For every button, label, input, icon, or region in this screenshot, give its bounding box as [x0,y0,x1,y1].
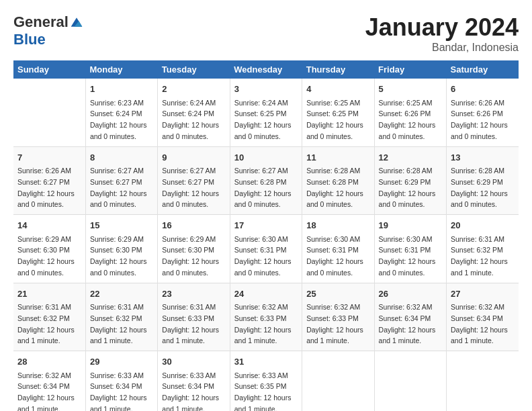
day-number: 18 [306,219,369,232]
day-info: Sunrise: 6:32 AM Sunset: 6:33 PM Dayligh… [234,303,292,345]
calendar-cell: 30Sunrise: 6:33 AM Sunset: 6:34 PM Dayli… [158,351,230,412]
day-number: 8 [90,151,153,165]
calendar-cell: 2Sunrise: 6:24 AM Sunset: 6:24 PM Daylig… [158,79,230,146]
day-info: Sunrise: 6:32 AM Sunset: 6:33 PM Dayligh… [306,303,363,345]
logo: General Blue [13,13,83,48]
title-block: January 2024 Bandar, Indonesia [365,13,519,54]
calendar-cell: 25Sunrise: 6:32 AM Sunset: 6:33 PM Dayli… [302,283,374,351]
day-info: Sunrise: 6:31 AM Sunset: 6:32 PM Dayligh… [90,303,147,345]
day-number: 21 [17,287,81,301]
calendar-cell: 8Sunrise: 6:27 AM Sunset: 6:27 PM Daylig… [85,146,157,215]
day-info: Sunrise: 6:25 AM Sunset: 6:26 PM Dayligh… [379,99,436,140]
day-info: Sunrise: 6:26 AM Sunset: 6:26 PM Dayligh… [451,99,508,140]
calendar-cell: 6Sunrise: 6:26 AM Sunset: 6:26 PM Daylig… [447,79,519,146]
day-number: 2 [162,83,225,96]
calendar-cell: 10Sunrise: 6:27 AM Sunset: 6:28 PM Dayli… [230,146,302,215]
day-number: 6 [451,83,515,96]
day-info: Sunrise: 6:24 AM Sunset: 6:24 PM Dayligh… [162,99,219,140]
day-info: Sunrise: 6:23 AM Sunset: 6:24 PM Dayligh… [90,99,147,140]
day-number: 15 [90,219,153,232]
day-info: Sunrise: 6:27 AM Sunset: 6:28 PM Dayligh… [234,167,292,208]
day-info: Sunrise: 6:30 AM Sunset: 6:31 PM Dayligh… [379,235,436,277]
day-info: Sunrise: 6:32 AM Sunset: 6:34 PM Dayligh… [17,371,75,412]
calendar-cell: 11Sunrise: 6:28 AM Sunset: 6:28 PM Dayli… [302,146,374,215]
calendar-week-row: 28Sunrise: 6:32 AM Sunset: 6:34 PM Dayli… [13,351,519,412]
day-number: 23 [162,287,225,301]
calendar-cell: 21Sunrise: 6:31 AM Sunset: 6:32 PM Dayli… [13,283,85,351]
calendar-cell: 17Sunrise: 6:30 AM Sunset: 6:31 PM Dayli… [230,215,302,283]
day-number: 11 [306,151,369,165]
calendar-cell: 26Sunrise: 6:32 AM Sunset: 6:34 PM Dayli… [374,283,446,351]
day-number: 25 [306,287,369,301]
day-info: Sunrise: 6:29 AM Sunset: 6:30 PM Dayligh… [17,235,75,277]
day-info: Sunrise: 6:28 AM Sunset: 6:29 PM Dayligh… [379,167,436,208]
day-number: 28 [17,355,81,369]
day-info: Sunrise: 6:27 AM Sunset: 6:27 PM Dayligh… [90,167,147,208]
day-number: 9 [162,151,225,165]
calendar-cell: 3Sunrise: 6:24 AM Sunset: 6:25 PM Daylig… [230,79,302,146]
page-header: General Blue January 2024 Bandar, Indone… [13,13,519,54]
logo-blue-text: Blue [13,31,46,48]
calendar-cell: 13Sunrise: 6:28 AM Sunset: 6:29 PM Dayli… [447,146,519,215]
day-number: 14 [17,219,81,232]
day-number: 20 [451,219,515,232]
calendar-week-row: 21Sunrise: 6:31 AM Sunset: 6:32 PM Dayli… [13,283,519,351]
day-number: 19 [379,219,442,232]
day-info: Sunrise: 6:28 AM Sunset: 6:28 PM Dayligh… [306,167,363,208]
calendar-week-row: 1Sunrise: 6:23 AM Sunset: 6:24 PM Daylig… [13,79,519,146]
day-info: Sunrise: 6:33 AM Sunset: 6:34 PM Dayligh… [90,371,147,412]
calendar-cell: 19Sunrise: 6:30 AM Sunset: 6:31 PM Dayli… [374,215,446,283]
header-row: SundayMondayTuesdayWednesdayThursdayFrid… [13,60,519,79]
day-number: 31 [234,355,298,369]
day-number: 30 [162,355,225,369]
calendar-cell [447,351,519,412]
day-info: Sunrise: 6:31 AM Sunset: 6:32 PM Dayligh… [17,303,75,345]
calendar-cell: 24Sunrise: 6:32 AM Sunset: 6:33 PM Dayli… [230,283,302,351]
calendar-table: SundayMondayTuesdayWednesdayThursdayFrid… [13,60,519,411]
day-number: 7 [17,151,81,165]
day-number: 4 [306,83,369,96]
calendar-cell: 31Sunrise: 6:33 AM Sunset: 6:35 PM Dayli… [230,351,302,412]
month-title: January 2024 [365,13,519,42]
day-number: 29 [90,355,153,369]
day-number: 22 [90,287,153,301]
calendar-cell: 5Sunrise: 6:25 AM Sunset: 6:26 PM Daylig… [374,79,446,146]
calendar-cell: 18Sunrise: 6:30 AM Sunset: 6:31 PM Dayli… [302,215,374,283]
day-number: 3 [234,83,298,96]
day-info: Sunrise: 6:33 AM Sunset: 6:34 PM Dayligh… [162,371,219,412]
calendar-cell: 16Sunrise: 6:29 AM Sunset: 6:30 PM Dayli… [158,215,230,283]
day-info: Sunrise: 6:31 AM Sunset: 6:33 PM Dayligh… [162,303,219,345]
calendar-cell: 12Sunrise: 6:28 AM Sunset: 6:29 PM Dayli… [374,146,446,215]
weekday-header: Sunday [13,60,85,79]
day-info: Sunrise: 6:29 AM Sunset: 6:30 PM Dayligh… [162,235,219,277]
day-info: Sunrise: 6:30 AM Sunset: 6:31 PM Dayligh… [306,235,363,277]
logo-general-text: General [13,13,69,31]
day-number: 16 [162,219,225,232]
calendar-cell: 1Sunrise: 6:23 AM Sunset: 6:24 PM Daylig… [85,79,157,146]
day-info: Sunrise: 6:25 AM Sunset: 6:25 PM Dayligh… [306,99,363,140]
day-number: 17 [234,219,298,232]
day-info: Sunrise: 6:33 AM Sunset: 6:35 PM Dayligh… [234,371,292,412]
calendar-cell: 20Sunrise: 6:31 AM Sunset: 6:32 PM Dayli… [447,215,519,283]
weekday-header: Saturday [447,60,519,79]
day-info: Sunrise: 6:29 AM Sunset: 6:30 PM Dayligh… [90,235,147,277]
day-number: 12 [379,151,442,165]
day-number: 26 [379,287,442,301]
calendar-cell: 7Sunrise: 6:26 AM Sunset: 6:27 PM Daylig… [13,146,85,215]
day-info: Sunrise: 6:32 AM Sunset: 6:34 PM Dayligh… [451,303,508,345]
calendar-cell: 27Sunrise: 6:32 AM Sunset: 6:34 PM Dayli… [447,283,519,351]
calendar-cell: 29Sunrise: 6:33 AM Sunset: 6:34 PM Dayli… [85,351,157,412]
weekday-header: Wednesday [230,60,302,79]
weekday-header: Tuesday [158,60,230,79]
day-number: 1 [90,83,153,96]
logo-icon [70,15,83,29]
day-info: Sunrise: 6:24 AM Sunset: 6:25 PM Dayligh… [234,99,292,140]
calendar-cell: 4Sunrise: 6:25 AM Sunset: 6:25 PM Daylig… [302,79,374,146]
day-number: 24 [234,287,298,301]
calendar-cell: 14Sunrise: 6:29 AM Sunset: 6:30 PM Dayli… [13,215,85,283]
day-number: 27 [451,287,515,301]
day-info: Sunrise: 6:27 AM Sunset: 6:27 PM Dayligh… [162,167,219,208]
calendar-cell [13,79,85,146]
calendar-cell: 28Sunrise: 6:32 AM Sunset: 6:34 PM Dayli… [13,351,85,412]
calendar-week-row: 7Sunrise: 6:26 AM Sunset: 6:27 PM Daylig… [13,146,519,215]
